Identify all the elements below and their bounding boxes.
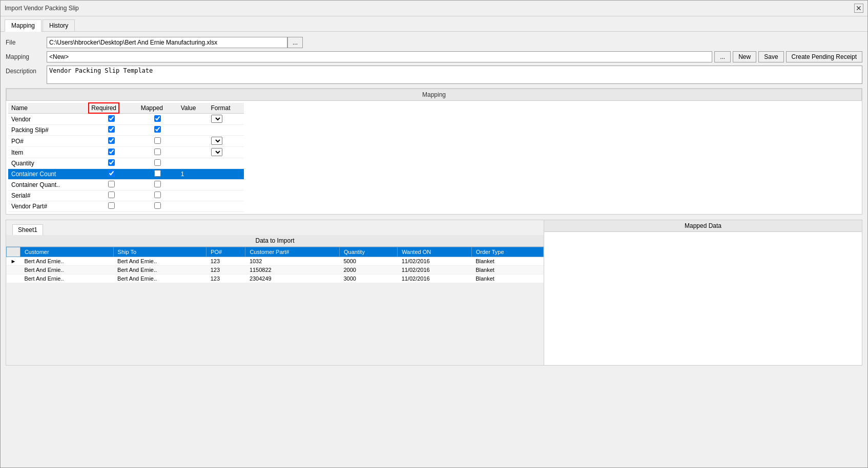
row-arrow: ►: [7, 257, 20, 266]
mapping-row-format[interactable]: [208, 114, 244, 125]
mapping-table-row[interactable]: Vendor Part#: [8, 201, 244, 212]
mapped-checkbox[interactable]: [154, 137, 161, 144]
mapping-row-format: [208, 158, 244, 169]
mapping-section: Mapping Name Required Mapped Value Forma…: [6, 88, 862, 215]
mapping-row-required[interactable]: [85, 158, 137, 169]
mapping-row-required[interactable]: [85, 180, 137, 190]
data-import-table: Customer Ship To PO# Customer Part# Quan…: [6, 247, 544, 283]
mapping-row-mapped[interactable]: [138, 147, 178, 158]
col-wanted-on: Wanted ON: [398, 247, 472, 257]
mapping-table-row[interactable]: Quantity: [8, 158, 244, 169]
mapping-row-value: [178, 180, 208, 190]
data-cell-customer_part: 2304249: [245, 274, 340, 283]
data-cell-wanted_on: 11/02/2016: [398, 257, 472, 266]
mapping-browse-button[interactable]: ...: [714, 51, 731, 62]
description-input[interactable]: Vendor Packing Slip Template: [47, 66, 862, 84]
col-quantity: Quantity: [339, 247, 397, 257]
mapping-row-mapped[interactable]: [138, 158, 178, 169]
description-label: Description: [6, 66, 47, 75]
mapping-table-row[interactable]: Serial#: [8, 190, 244, 201]
required-checkbox[interactable]: [108, 115, 115, 122]
mapping-table-row[interactable]: Container Quant..: [8, 180, 244, 190]
col-value: Value: [178, 103, 208, 114]
mapping-row-mapped[interactable]: [138, 180, 178, 190]
mapping-table-row[interactable]: Item: [8, 147, 244, 158]
create-pending-receipt-button[interactable]: Create Pending Receipt: [786, 51, 862, 62]
mapping-row-value: [178, 158, 208, 169]
mapping-row-format[interactable]: [208, 147, 244, 158]
mapping-row-name: Packing Slip#: [8, 125, 85, 136]
mapped-checkbox[interactable]: [154, 159, 161, 166]
mapped-data-section: Mapped Data: [544, 220, 862, 365]
mapping-table-row[interactable]: Container Count1: [8, 169, 244, 180]
data-cell-po: 123: [206, 274, 245, 283]
required-checkbox[interactable]: [108, 148, 115, 155]
mapping-row-required[interactable]: [85, 125, 137, 136]
format-dropdown[interactable]: [211, 148, 222, 156]
required-checkbox[interactable]: [108, 159, 115, 166]
mapped-checkbox[interactable]: [154, 170, 161, 177]
main-window: Import Vendor Packing Slip ✕ Mapping His…: [0, 0, 868, 468]
arrow-header: [7, 247, 20, 257]
mapping-label: Mapping: [6, 53, 47, 60]
mapping-table-row[interactable]: Vendor: [8, 114, 244, 125]
data-import-row[interactable]: Bert And Ernie..Bert And Ernie..12311508…: [7, 266, 544, 274]
mapping-row-required[interactable]: [85, 169, 137, 180]
mapping-row-value: [178, 190, 208, 201]
required-header: Required: [88, 102, 119, 114]
close-button[interactable]: ✕: [854, 4, 863, 13]
mapping-row-mapped[interactable]: [138, 125, 178, 136]
required-checkbox[interactable]: [108, 137, 115, 144]
required-checkbox[interactable]: [108, 126, 115, 133]
mapping-row-format: [208, 190, 244, 201]
tab-mapping[interactable]: Mapping: [5, 19, 42, 32]
mapping-table-row[interactable]: PO#: [8, 136, 244, 147]
mapping-row-required[interactable]: [85, 190, 137, 201]
save-button[interactable]: Save: [758, 51, 783, 62]
required-checkbox[interactable]: [108, 192, 115, 198]
mapping-row-name: Vendor Part#: [8, 201, 85, 212]
mapped-checkbox[interactable]: [154, 115, 161, 122]
new-button[interactable]: New: [733, 51, 756, 62]
data-import-row[interactable]: ►Bert And Ernie..Bert And Ernie..1231032…: [7, 257, 544, 266]
mapped-checkbox[interactable]: [154, 126, 161, 133]
sheet-tab[interactable]: Sheet1: [12, 224, 43, 235]
format-dropdown[interactable]: [211, 115, 222, 123]
title-bar: Import Vendor Packing Slip ✕: [1, 1, 867, 16]
mapping-row-mapped[interactable]: [138, 201, 178, 212]
file-input[interactable]: [47, 37, 287, 48]
mapped-checkbox[interactable]: [154, 181, 161, 187]
data-import-row[interactable]: Bert And Ernie..Bert And Ernie..12323042…: [7, 274, 544, 283]
required-checkbox[interactable]: [108, 181, 115, 187]
mapping-row-required[interactable]: [85, 201, 137, 212]
data-cell-po: 123: [206, 257, 245, 266]
tab-history[interactable]: History: [43, 19, 75, 31]
mapping-row-name: Container Quant..: [8, 180, 85, 190]
data-cell-quantity: 5000: [339, 257, 397, 266]
mapping-row-mapped[interactable]: [138, 169, 178, 180]
mapped-checkbox[interactable]: [154, 192, 161, 198]
mapping-table-row[interactable]: Packing Slip#: [8, 125, 244, 136]
file-label: File: [6, 39, 47, 46]
required-checkbox[interactable]: [108, 202, 115, 209]
mapping-row-value: [178, 201, 208, 212]
mapped-checkbox[interactable]: [154, 202, 161, 209]
mapped-checkbox[interactable]: [154, 148, 161, 155]
sheet-tab-bar: Sheet1: [6, 220, 544, 235]
format-dropdown[interactable]: [211, 137, 222, 145]
mapping-row-mapped[interactable]: [138, 190, 178, 201]
required-checkbox[interactable]: [108, 170, 115, 177]
mapping-section-title: Mapping: [6, 89, 862, 101]
col-required: Required: [85, 103, 137, 114]
mapping-row-required[interactable]: [85, 147, 137, 158]
mapping-input[interactable]: [47, 51, 712, 62]
data-cell-ship_to: Bert And Ernie..: [113, 274, 206, 283]
mapping-row-mapped[interactable]: [138, 136, 178, 147]
col-customer: Customer: [20, 247, 113, 257]
mapping-row-format: [208, 169, 244, 180]
mapping-row-mapped[interactable]: [138, 114, 178, 125]
mapping-row-required[interactable]: [85, 136, 137, 147]
mapping-row-format[interactable]: [208, 136, 244, 147]
mapping-row-required[interactable]: [85, 114, 137, 125]
file-browse-button[interactable]: ...: [287, 37, 303, 48]
